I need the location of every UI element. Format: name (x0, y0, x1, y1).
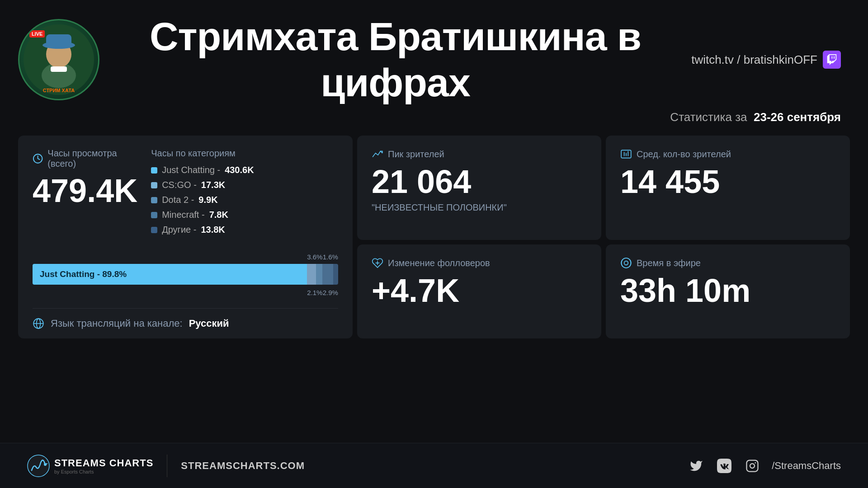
bar-label: Just Chatting - 89.8% (40, 269, 127, 279)
followers-label: Изменение фолловеров (372, 257, 587, 269)
followers-value: +4.7K (372, 274, 587, 307)
vk-icon (716, 457, 733, 474)
followers-icon (372, 257, 383, 269)
pct-top-1: 3.6% (307, 253, 322, 261)
followers-card: Изменение фолловеров +4.7K (357, 244, 601, 338)
svg-point-19 (28, 455, 49, 477)
peak-viewers-sub: "НЕИЗВЕСТНЫЕ ПОЛОВИНКИ" (372, 202, 587, 213)
avg-viewers-value: 14 455 (620, 165, 835, 198)
language-value: Русский (189, 318, 229, 329)
cat-dot (151, 167, 157, 174)
list-item: CS:GO - 17.3K (151, 180, 338, 190)
footer-right: /StreamsCharts (688, 457, 841, 474)
footer-logo-text: STREAMS CHARTS by Esports Charts (54, 457, 153, 474)
airtime-label: Время в эфире (620, 257, 835, 269)
hours-right: Часы по категориям Just Chatting - 430.6… (151, 148, 338, 239)
main-grid: Часы просмотра (всего) 479.4K Часы по ка… (0, 136, 868, 338)
watch-hours-value: 479.4K (33, 174, 137, 207)
bar-main-segment: Just Chatting - 89.8% (33, 264, 307, 285)
peak-viewers-card: Пик зрителей 21 064 "НЕИЗВЕСТНЫЕ ПОЛОВИН… (357, 136, 601, 240)
pct-bot-2: 2.9% (323, 289, 338, 296)
streams-charts-icon (27, 455, 50, 477)
airtime-icon (620, 257, 632, 269)
footer-brand: STREAMS CHARTS (54, 457, 153, 469)
watch-hours-card: Часы просмотра (всего) 479.4K Часы по ка… (18, 136, 353, 338)
avg-icon (620, 148, 632, 160)
list-item: Другие - 13.8K (151, 225, 338, 235)
live-badge: LIVE (29, 30, 45, 38)
footer-logo: STREAMS CHARTS by Esports Charts (27, 455, 153, 477)
svg-point-22 (750, 464, 755, 468)
svg-rect-5 (51, 66, 67, 72)
page-title: Стримхата Братишкина в цифрах (118, 14, 673, 106)
footer-url: STREAMSCHARTS.COM (181, 460, 305, 472)
footer-divider (167, 455, 167, 477)
language-label: Язык трансляций на канале: (51, 318, 183, 329)
pct-top-2: 1.6% (323, 253, 338, 261)
cat-dot (151, 212, 157, 218)
bar-seg-3 (322, 264, 333, 285)
pct-bot-1: 2.1% (307, 289, 322, 296)
bar-seg-1 (307, 264, 316, 285)
language-row: Язык трансляций на канале: Русский (33, 308, 338, 329)
bar-chart: 3.6% 1.6% Just Chatting - 89.8% 2.1% (33, 252, 338, 297)
categories-label: Часы по категориям (151, 148, 338, 159)
svg-rect-4 (46, 34, 71, 47)
cat-dot (151, 197, 157, 203)
watch-hours-label: Часы просмотра (всего) (33, 148, 137, 169)
twitch-icon (823, 51, 841, 69)
svg-point-18 (624, 261, 628, 265)
instagram-icon (744, 457, 761, 474)
header: LIVE СТРИМ ХАТА Стримхата Братишкина в ц… (0, 0, 868, 106)
bar-seg-2 (316, 264, 322, 285)
peak-viewers-label: Пик зрителей (372, 148, 587, 160)
avg-viewers-label: Сред. кол-во зрителей (620, 148, 835, 160)
hours-left: Часы просмотра (всего) 479.4K (33, 148, 137, 239)
airtime-card: Время в эфире 33h 10m (606, 244, 850, 338)
twitter-icon (688, 457, 705, 474)
hours-top: Часы просмотра (всего) 479.4K Часы по ка… (33, 148, 338, 239)
subtitle-dates: 23-26 сентября (754, 110, 841, 124)
list-item: Minecraft - 7.8K (151, 210, 338, 220)
bar-row: Just Chatting - 89.8% (33, 264, 338, 285)
category-list: Just Chatting - 430.6K CS:GO - 17.3K Dot… (151, 165, 338, 235)
list-item: Just Chatting - 430.6K (151, 165, 338, 175)
globe-icon (33, 318, 44, 329)
cat-dot (151, 227, 157, 233)
subtitle-prefix: Статистика за (670, 110, 747, 124)
footer-social: /StreamsCharts (772, 460, 841, 472)
svg-rect-21 (747, 460, 758, 471)
svg-text:СТРИМ ХАТА: СТРИМ ХАТА (43, 88, 75, 93)
airtime-value: 33h 10m (620, 274, 835, 307)
cat-dot (151, 182, 157, 188)
peak-viewers-value: 21 064 (372, 165, 587, 198)
subtitle-row: Статистика за 23-26 сентября (0, 106, 868, 133)
list-item: Dota 2 - 9.9K (151, 195, 338, 205)
channel-logo: LIVE СТРИМ ХАТА (18, 19, 99, 100)
footer: STREAMS CHARTS by Esports Charts STREAMS… (0, 443, 868, 488)
footer-left: STREAMS CHARTS by Esports Charts STREAMS… (27, 455, 305, 477)
svg-point-23 (755, 462, 756, 463)
footer-sub: by Esports Charts (54, 469, 153, 474)
avg-viewers-card: Сред. кол-во зрителей 14 455 (606, 136, 850, 240)
twitch-url: twitch.tv / bratishkinOFF (691, 53, 817, 67)
peak-icon (372, 148, 383, 160)
bar-seg-4 (333, 264, 338, 285)
twitch-info: twitch.tv / bratishkinOFF (691, 51, 841, 69)
logo-area: LIVE СТРИМ ХАТА (18, 19, 99, 100)
